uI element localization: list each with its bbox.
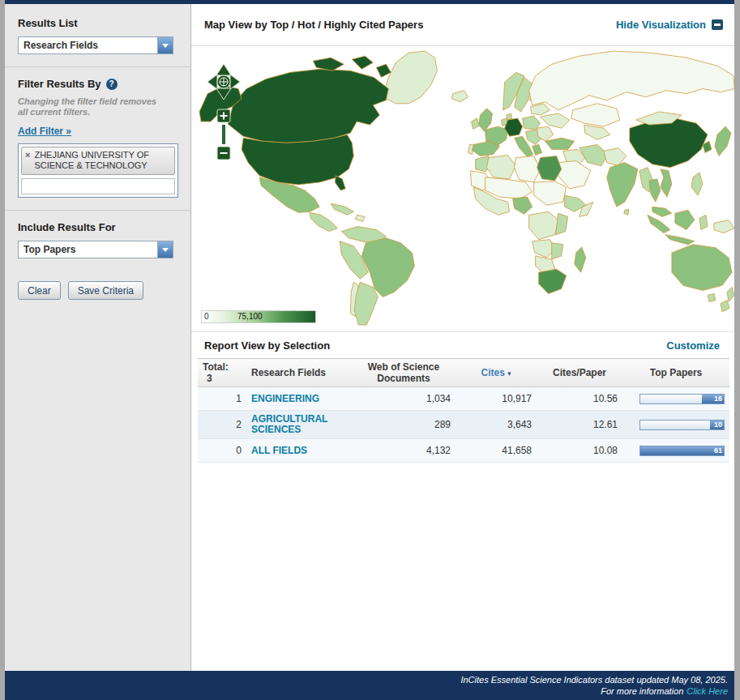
rank-cell: 0 [198,439,246,463]
collapse-icon[interactable] [712,19,723,30]
cites-cell: 3,643 [456,411,537,439]
divider [5,210,190,211]
field-link[interactable]: ALL FIELDS [251,446,307,456]
remove-filter-icon[interactable]: × [25,150,30,160]
filter-box[interactable]: × ZHEJIANG UNIVERSITY OF SCIENCE & TECHN… [18,143,178,198]
results-list-value: Research Fields [19,40,157,51]
hide-visualization-label[interactable]: Hide Visualization [616,19,706,31]
filter-tag-label: ZHEJIANG UNIVERSITY OF SCIENCE & TECHNOL… [34,150,171,171]
total-header: Total: 3 [198,359,246,387]
top-papers-cell: 10 [622,411,729,439]
footer-dataset-line: InCites Essential Science Indicators dat… [5,674,728,685]
filter-input[interactable] [21,178,175,194]
field-link[interactable]: AGRICULTURAL SCIENCES [251,414,347,435]
top-papers-bar: 10 [639,420,725,430]
cites-sort-header[interactable]: Cites▾ [456,359,537,387]
top-papers-bar: 61 [639,446,725,456]
rank-cell: 1 [198,387,246,411]
table-row: 1 ENGINEERING 1,034 10,917 10.56 16 [198,387,729,411]
filter-results-heading: Filter Results By [18,78,101,90]
results-list-heading: Results List [18,17,179,29]
click-here-link[interactable]: Click Here [687,686,728,696]
footer: InCites Essential Science Indicators dat… [5,671,734,700]
clear-button[interactable]: Clear [18,281,61,300]
results-list-dropdown[interactable]: Research Fields [18,36,173,54]
top-papers-cell: 61 [622,439,729,463]
field-cell: AGRICULTURAL SCIENCES [246,411,352,439]
footer-info-line: For more informationClick Here [5,685,728,697]
field-cell: ALL FIELDS [246,439,352,463]
map-controls[interactable] [206,62,242,176]
field-link[interactable]: ENGINEERING [251,394,319,404]
table-row: 0 ALL FIELDS 4,132 41,658 10.08 61 [198,439,729,463]
legend-max-label: 75,100 [237,312,263,321]
rank-cell: 2 [198,411,246,439]
cites-per-paper-cell: 10.08 [537,439,622,463]
include-results-dropdown[interactable]: Top Papers [18,241,173,258]
filter-note: Changing the filter field removes all cu… [18,96,165,117]
map-area: 0 75,100 [191,46,734,332]
cites-per-paper-cell: 10.56 [537,387,622,411]
report-table: Total: 3 Research Fields Web of Science … [198,358,729,463]
top-papers-bar: 16 [639,394,725,404]
documents-cell: 1,034 [352,387,456,411]
main-content: Map View by Top / Hot / Highly Cited Pap… [191,4,734,671]
documents-header: Web of Science Documents [352,359,456,387]
sort-desc-icon: ▾ [507,369,511,378]
research-fields-header: Research Fields [246,359,352,387]
add-filter-link[interactable]: Add Filter » [18,126,71,137]
documents-cell: 289 [352,411,456,439]
top-papers-cell: 16 [622,387,729,411]
documents-cell: 4,132 [352,439,456,463]
table-row: 2 AGRICULTURAL SCIENCES 289 3,643 12.61 … [198,411,729,439]
cites-cell: 10,917 [456,387,537,411]
zoom-out-button [217,147,230,160]
help-icon[interactable]: ? [106,79,118,90]
map-view-title: Map View by Top / Hot / Highly Cited Pap… [204,19,423,31]
include-results-heading: Include Results For [18,221,179,233]
include-results-value: Top Papers [19,244,157,255]
world-map[interactable] [191,46,734,331]
filter-tag: × ZHEJIANG UNIVERSITY OF SCIENCE & TECHN… [21,147,175,175]
customize-link[interactable]: Customize [666,339,720,352]
app-window: Results List Research Fields Filter Resu… [5,4,734,671]
report-header: Report View by Selection Customize [191,332,734,358]
legend-min-label: 0 [204,312,209,321]
hide-visualization-link[interactable]: Hide Visualization [616,19,723,31]
cites-per-paper-cell: 12.61 [537,411,622,439]
table-header-row: Total: 3 Research Fields Web of Science … [198,359,729,387]
top-papers-header: Top Papers [622,359,729,387]
sidebar: Results List Research Fields Filter Resu… [5,4,191,671]
field-cell: ENGINEERING [246,387,352,411]
report-view-title: Report View by Selection [204,339,330,352]
save-criteria-button[interactable]: Save Criteria [68,281,143,300]
zoom-slider-track [222,125,225,144]
chevron-down-icon[interactable] [157,241,173,258]
zoom-in-button [217,109,230,122]
map-header: Map View by Top / Hot / Highly Cited Pap… [191,4,734,46]
cites-per-paper-header: Cites/Paper [537,359,622,387]
cites-cell: 41,658 [456,439,537,463]
map-legend: 0 75,100 [201,310,316,323]
divider [5,66,190,67]
map-countries[interactable] [199,51,734,325]
chevron-down-icon[interactable] [157,37,173,53]
